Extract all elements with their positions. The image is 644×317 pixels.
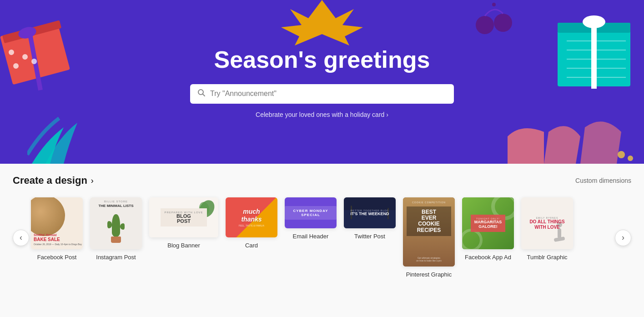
search-input[interactable] bbox=[210, 90, 447, 98]
design-card-facebook-app-ad[interactable]: TONIGHT ONLY! MARGARITASGALORE! Facebook… bbox=[462, 197, 514, 278]
svg-line-24 bbox=[203, 94, 205, 96]
design-thumb-facebook-app-ad: TONIGHT ONLY! MARGARITASGALORE! bbox=[462, 197, 514, 249]
design-carousel: Smiths' Annual BAKE SALE October 26, 201… bbox=[13, 196, 631, 280]
deco-bottom-right bbox=[508, 109, 644, 164]
design-card-email-header[interactable]: CYBER MONDAY SPECIAL Email Header bbox=[285, 197, 337, 278]
design-label-facebook-app-ad: Facebook App Ad bbox=[465, 254, 511, 261]
section-header: Create a design › Custom dimensions bbox=[13, 175, 631, 186]
design-label-tumblr-graphic: Tumblr Graphic bbox=[527, 254, 567, 261]
design-card-card[interactable]: muchthanks FEEL, TASTE & FAMILIA Card bbox=[226, 197, 277, 278]
hero-search-bar[interactable] bbox=[190, 84, 454, 104]
design-thumb-instagram-post: BILLIE STORE THE MINIMAL LISTS bbox=[90, 197, 142, 249]
hero-banner: Season's greetings Celebrate your loved … bbox=[0, 0, 644, 164]
carousel-next-button[interactable] bbox=[615, 230, 631, 246]
deco-leaves-left bbox=[27, 105, 91, 164]
carousel-prev-button[interactable] bbox=[13, 230, 29, 246]
design-thumb-blog-banner: PREPARED WITH LOVE BLOG POST bbox=[149, 197, 218, 237]
main-content: Create a design › Custom dimensions Smit… bbox=[4, 164, 640, 291]
svg-point-9 bbox=[476, 16, 494, 34]
design-thumb-email-header: CYBER MONDAY SPECIAL bbox=[285, 197, 337, 228]
design-thumb-tumblr-graphic: EMILY BYRNES DO ALL THINGSWITH LOVE bbox=[521, 197, 573, 249]
chevron-right-icon bbox=[622, 233, 624, 242]
svg-marker-8 bbox=[281, 0, 363, 45]
section-title-arrow: › bbox=[91, 176, 94, 186]
design-card-blog-banner[interactable]: PREPARED WITH LOVE BLOG POST Blog Banner bbox=[149, 197, 218, 278]
design-label-email-header: Email Header bbox=[293, 233, 329, 240]
design-thumb-card: muchthanks FEEL, TASTE & FAMILIA bbox=[226, 197, 277, 237]
hero-title: Season's greetings bbox=[214, 46, 430, 73]
section-title-group[interactable]: Create a design › bbox=[13, 175, 94, 186]
svg-point-11 bbox=[492, 3, 496, 6]
design-card-pinterest-graphic[interactable]: COOKIE COMPETITION BESTEVERCOOKIERECIPES… bbox=[403, 197, 455, 278]
deco-star-center bbox=[277, 0, 367, 45]
search-icon bbox=[197, 89, 206, 99]
design-thumb-facebook-post: Smiths' Annual BAKE SALE October 26, 201… bbox=[31, 197, 83, 249]
hero-subtitle[interactable]: Celebrate your loved ones with a holiday… bbox=[256, 111, 388, 118]
design-label-instagram-post: Instagram Post bbox=[96, 254, 136, 261]
deco-gift-right bbox=[544, 5, 644, 96]
svg-point-21 bbox=[618, 151, 625, 158]
design-label-blog-banner: Blog Banner bbox=[167, 242, 200, 249]
design-card-instagram-post[interactable]: BILLIE STORE THE MINIMAL LISTS Instagram… bbox=[90, 197, 142, 278]
deco-cherries bbox=[471, 0, 517, 36]
design-label-card: Card bbox=[245, 242, 258, 249]
design-card-facebook-post[interactable]: Smiths' Annual BAKE SALE October 26, 201… bbox=[31, 197, 83, 278]
carousel-track: Smiths' Annual BAKE SALE October 26, 201… bbox=[29, 196, 615, 280]
deco-gifts-left bbox=[0, 9, 82, 109]
design-label-facebook-post: Facebook Post bbox=[37, 254, 77, 261]
design-label-pinterest-graphic: Pinterest Graphic bbox=[406, 271, 452, 278]
design-thumb-twitter-post: BETTER TOGETHER BLOG IT'S THE WEEKEND bbox=[344, 197, 396, 228]
section-title[interactable]: Create a design bbox=[13, 175, 87, 186]
custom-dimensions-link[interactable]: Custom dimensions bbox=[575, 177, 631, 184]
svg-point-22 bbox=[628, 156, 633, 161]
design-card-tumblr-graphic[interactable]: EMILY BYRNES DO ALL THINGSWITH LOVE Tumb… bbox=[521, 197, 573, 278]
design-label-twitter-post: Twitter Post bbox=[354, 233, 385, 240]
svg-point-10 bbox=[494, 14, 512, 32]
design-card-twitter-post[interactable]: BETTER TOGETHER BLOG IT'S THE WEEKEND Tw… bbox=[344, 197, 396, 278]
svg-point-15 bbox=[583, 15, 605, 28]
chevron-left-icon bbox=[20, 233, 22, 242]
design-thumb-pinterest-graphic: COOKIE COMPETITION BESTEVERCOOKIERECIPES… bbox=[403, 197, 455, 267]
